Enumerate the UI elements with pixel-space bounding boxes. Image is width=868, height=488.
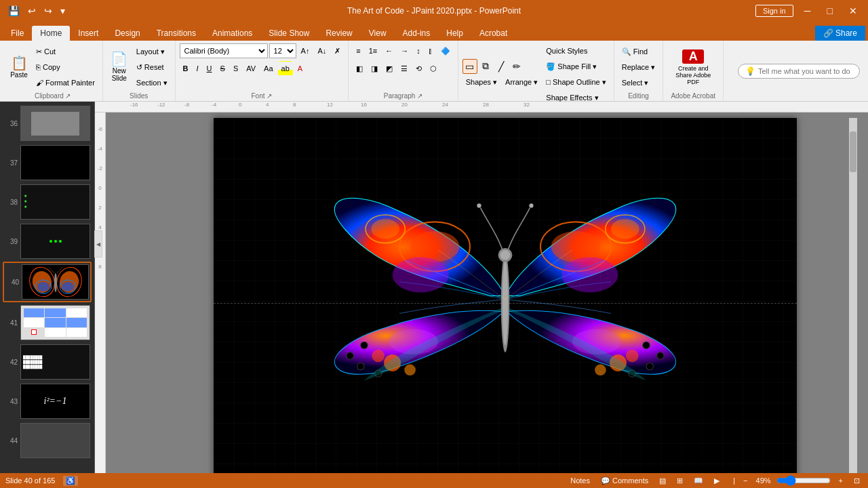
bullets-button[interactable]: ≡ — [353, 43, 363, 58]
tab-slideshow[interactable]: Slide Show — [260, 26, 317, 41]
tab-acrobat[interactable]: Acrobat — [471, 26, 515, 41]
justify-button[interactable]: ☰ — [397, 61, 411, 76]
save-button[interactable]: 💾 — [5, 4, 22, 18]
new-slide-button[interactable]: 📄 NewSlide — [107, 47, 132, 87]
vertical-scrollbar[interactable] — [849, 118, 857, 473]
tab-addins[interactable]: Add-ins — [395, 26, 439, 41]
svg-point-26 — [372, 349, 384, 362]
shape-outline-button[interactable]: □ Shape Outline ▾ — [542, 75, 609, 89]
font-size-select[interactable]: 12 — [269, 43, 296, 58]
italic-button[interactable]: I — [193, 61, 202, 76]
text-direction-button[interactable]: ⟲ — [412, 61, 425, 76]
slide-thumb-40[interactable]: 40 — [3, 262, 92, 302]
status-bar: Slide 40 of 165 ♿ Notes 💬 Comments ▤ ⊞ 📖… — [0, 473, 868, 488]
tab-help[interactable]: Help — [438, 26, 471, 41]
view-slideshow-button[interactable]: ▶ — [711, 476, 722, 486]
undo-button[interactable]: ↩ — [25, 4, 39, 18]
copy-button[interactable]: ⎘ Copy — [33, 60, 98, 75]
slide-panel[interactable]: 36 37 38 ★★★ 39 — [0, 102, 95, 473]
tab-insert[interactable]: Insert — [70, 26, 106, 41]
increase-indent-button[interactable]: → — [397, 43, 412, 58]
align-center-button[interactable]: ◨ — [368, 61, 381, 76]
find-button[interactable]: 🔍 Find — [618, 44, 658, 59]
view-reading-button[interactable]: 📖 — [691, 476, 706, 486]
comments-button[interactable]: 💬 Comments — [598, 476, 651, 486]
cut-button[interactable]: ✂ Cut — [33, 44, 98, 59]
slide-thumb-41[interactable]: 41 — [3, 304, 92, 342]
font-color-button[interactable]: A — [294, 61, 306, 76]
zoom-in-button[interactable]: + — [836, 476, 846, 485]
shape-fill-button[interactable]: 🪣 Shape Fill ▾ — [542, 59, 609, 74]
create-pdf-button[interactable]: A Create and Share Adobe PDF — [667, 47, 719, 87]
underline-button[interactable]: U — [203, 61, 216, 76]
columns-button[interactable]: ⫿ — [425, 43, 436, 58]
maximize-button[interactable]: □ — [822, 4, 838, 18]
font-grow-button[interactable]: A↑ — [298, 43, 313, 58]
zoom-slider[interactable] — [776, 475, 831, 486]
slide-thumb-36[interactable]: 36 — [3, 104, 92, 142]
slide-thumb-43[interactable]: 43 i²=−1 — [3, 382, 92, 420]
quick-styles-button[interactable]: Quick Styles — [542, 43, 609, 58]
tab-transitions[interactable]: Transitions — [149, 26, 204, 41]
slide-thumb-37[interactable]: 37 — [3, 144, 92, 182]
convert-smartart-button[interactable]: ⬡ — [427, 61, 440, 76]
shapes-button[interactable]: Shapes ▾ — [462, 75, 500, 90]
acrobat-group: A Create and Share Adobe PDF Adobe Acrob… — [663, 41, 724, 101]
share-button[interactable]: 🔗 Share — [815, 26, 865, 41]
text-shadow-button[interactable]: S — [230, 61, 241, 76]
format-painter-button[interactable]: 🖌 Format Painter — [33, 75, 98, 90]
fit-button[interactable]: ⊡ — [851, 476, 863, 486]
decrease-indent-button[interactable]: ← — [382, 43, 396, 58]
panel-collapse-button[interactable]: ◀ — [94, 230, 102, 258]
arrange-button[interactable]: Arrange ▾ — [502, 75, 541, 90]
bold-button[interactable]: B — [180, 61, 192, 76]
ribbon-tabs: File Home Insert Design Transitions Anim… — [0, 22, 868, 41]
notes-button[interactable]: Notes — [568, 476, 593, 485]
char-spacing-button[interactable]: AV — [243, 61, 259, 76]
customize-button[interactable]: ▾ — [58, 4, 68, 18]
tab-file[interactable]: File — [3, 26, 32, 41]
zoom-out-button[interactable]: − — [741, 476, 750, 485]
tab-view[interactable]: View — [361, 26, 395, 41]
minimize-button[interactable]: ─ — [799, 4, 816, 18]
reset-button[interactable]: ↺ Reset — [133, 60, 171, 75]
svg-point-34 — [643, 342, 650, 348]
layout-button[interactable]: Layout ▾ — [133, 44, 171, 59]
shape-pen[interactable]: ✏ — [509, 59, 524, 74]
tell-me-input[interactable] — [758, 67, 852, 75]
slide-thumb-44[interactable]: 44 — [3, 422, 92, 460]
scrollbar-thumb[interactable] — [850, 131, 856, 172]
change-case-button[interactable]: Aa — [260, 61, 276, 76]
align-left-button[interactable]: ◧ — [353, 61, 366, 76]
select-button[interactable]: Select ▾ — [618, 75, 658, 90]
clear-format-button[interactable]: ✗ — [331, 43, 344, 58]
shape-line[interactable]: ╱ — [494, 59, 509, 74]
slide-thumb-38[interactable]: 38 ★★★ — [3, 183, 92, 221]
slide-thumb-39[interactable]: 39 — [3, 222, 92, 260]
tab-design[interactable]: Design — [106, 26, 148, 41]
section-button[interactable]: Section ▾ — [133, 75, 171, 90]
line-spacing-button[interactable]: ↕ — [413, 43, 424, 58]
font-family-select[interactable]: Calibri (Body) — [180, 43, 268, 58]
highlight-button[interactable]: ab — [278, 61, 293, 76]
slide-canvas[interactable] — [214, 118, 797, 473]
strikethrough-button[interactable]: S — [217, 61, 229, 76]
align-right-button[interactable]: ◩ — [382, 61, 396, 76]
paste-button[interactable]: 📋 Paste — [7, 47, 31, 87]
quick-access-toolbar: 💾 ↩ ↪ ▾ — [5, 4, 68, 18]
shape-arrange[interactable]: ⧉ — [478, 59, 493, 74]
view-normal-button[interactable]: ▤ — [656, 476, 669, 486]
slide-thumb-42[interactable]: 42 ████████████████████████ — [3, 343, 92, 381]
close-button[interactable]: ✕ — [844, 4, 863, 18]
tab-review[interactable]: Review — [317, 26, 360, 41]
font-shrink-button[interactable]: A↓ — [314, 43, 330, 58]
smartart-button[interactable]: 🔷 — [437, 43, 454, 58]
redo-button[interactable]: ↪ — [41, 4, 55, 18]
view-sorter-button[interactable]: ⊞ — [674, 476, 686, 486]
tab-animations[interactable]: Animations — [204, 26, 260, 41]
sign-in-button[interactable]: Sign in — [755, 5, 793, 17]
numbering-button[interactable]: 1≡ — [366, 43, 381, 58]
replace-button[interactable]: Replace ▾ — [618, 60, 658, 75]
shape-rect[interactable]: ▭ — [462, 59, 477, 74]
tab-home[interactable]: Home — [32, 26, 70, 41]
